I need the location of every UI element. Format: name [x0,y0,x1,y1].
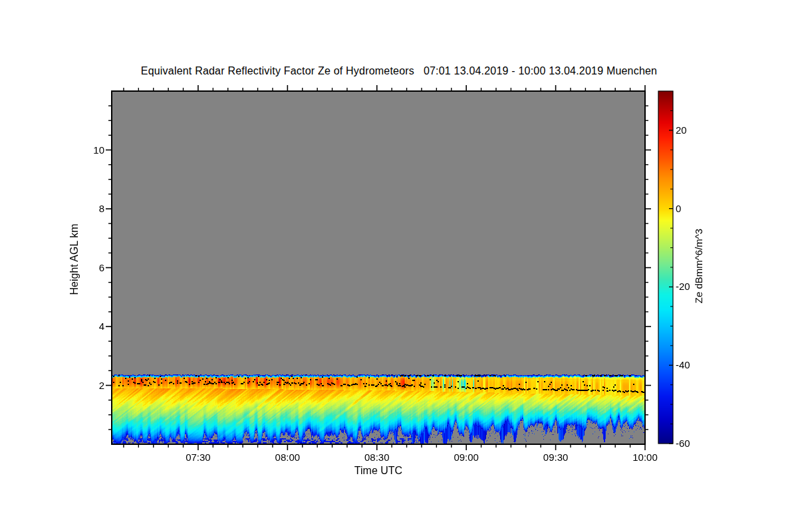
x-tick-label: 09:30 [535,452,577,464]
colorbar-title: Ze dBmm^6/m^3 [693,213,706,319]
y-tick-label: 10 [66,144,104,156]
heatmap-canvas [112,91,645,444]
y-tick-label: 2 [66,380,104,392]
x-tick-label: 07:30 [177,452,219,464]
x-tick-label: 10:00 [624,452,666,464]
colorbar-tick-label: -60 [676,438,705,450]
colorbar-gradient [658,91,673,444]
colorbar-tick-label: 20 [676,124,705,136]
chart-title: Equivalent Radar Reflectivity Factor Ze … [0,65,798,77]
y-tick-label: 4 [66,321,104,332]
radar-reflectivity-chart: Equivalent Radar Reflectivity Factor Ze … [0,0,798,532]
x-axis-title: Time UTC [312,465,445,477]
x-tick-label: 08:30 [356,452,398,464]
colorbar-tick-label: -40 [676,359,705,371]
y-axis-title: Height AGL km [68,206,82,313]
x-tick-label: 09:00 [445,452,487,464]
x-tick-label: 08:00 [266,452,309,464]
